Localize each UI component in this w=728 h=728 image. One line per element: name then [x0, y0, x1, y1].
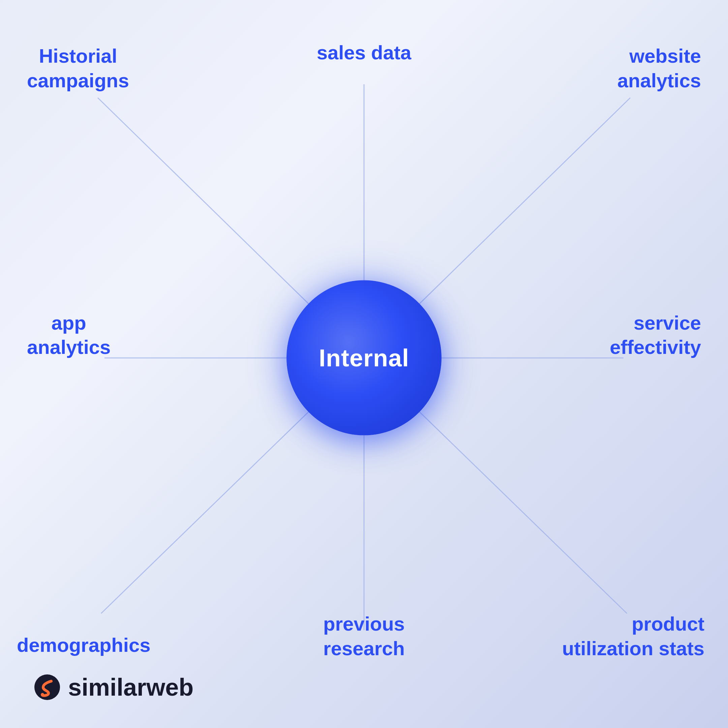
label-service: service effectivity	[610, 310, 701, 359]
center-circle: Internal	[286, 280, 442, 436]
svg-point-9	[41, 693, 44, 696]
label-website: website analytics	[618, 44, 701, 93]
label-historical: Historial campaigns	[27, 44, 129, 93]
diagram-container: Internal Historial campaigns sales data …	[0, 0, 728, 728]
label-app: app analytics	[27, 310, 110, 359]
label-previous: previous research	[323, 612, 405, 661]
label-product: product utilization stats	[562, 612, 704, 661]
label-demographics: demographics	[17, 633, 150, 658]
label-sales: sales data	[317, 40, 411, 65]
center-label: Internal	[319, 344, 409, 372]
logo-text: similarweb	[68, 673, 193, 701]
similarweb-logo-icon	[34, 674, 61, 701]
logo-area: similarweb	[34, 673, 193, 701]
